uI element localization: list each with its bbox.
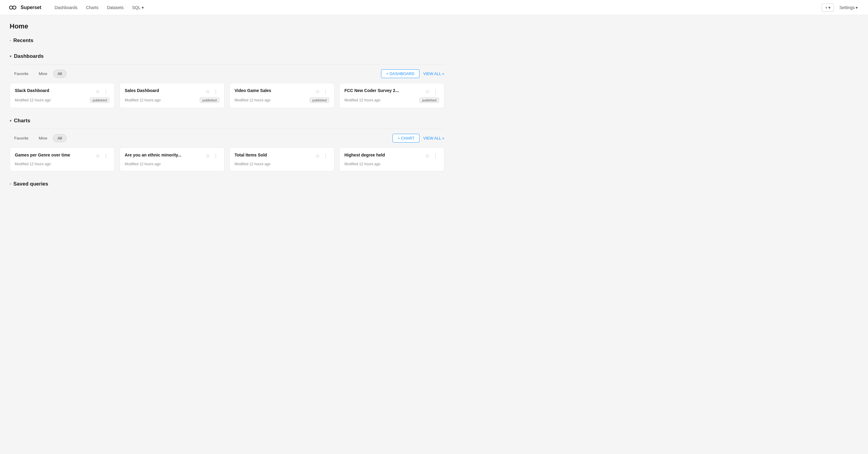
- nav-sql[interactable]: SQL ▾: [128, 3, 147, 12]
- dashboard-card-0-title: Slack Dashboard: [15, 88, 94, 93]
- chart-card-3-more-icon[interactable]: ⋮: [432, 153, 439, 159]
- nav-dashboards[interactable]: Dashboards: [51, 3, 81, 12]
- dashboard-card-1[interactable]: Sales Dashboard ☆ ⋮ Modified 12 hours ag…: [120, 83, 224, 108]
- dashboards-tab-mine[interactable]: Mine: [34, 70, 52, 78]
- sql-dropdown-icon: ▾: [142, 5, 144, 10]
- chart-card-3-favorite-icon[interactable]: ☆: [424, 153, 431, 159]
- plus-dropdown-icon: ▾: [828, 5, 831, 10]
- chart-card-0-actions: ☆ ⋮: [94, 153, 110, 159]
- charts-tab-all[interactable]: All: [53, 134, 66, 142]
- dashboard-card-0-more-icon[interactable]: ⋮: [102, 88, 110, 95]
- nav-datasets[interactable]: Datasets: [103, 3, 127, 12]
- dashboard-card-2[interactable]: Video Game Sales ☆ ⋮ Modified 12 hours a…: [229, 83, 334, 108]
- chart-card-0[interactable]: Games per Genre over time ☆ ⋮ Modified 1…: [10, 147, 115, 171]
- page-content: Home › Recents ▾ Dashboards Favorite Min…: [0, 15, 454, 204]
- dashboard-card-1-actions: ☆ ⋮: [204, 88, 219, 95]
- chart-card-3-meta: Modified 12 hours ago: [344, 162, 380, 166]
- dashboard-card-1-footer: Modified 12 hours ago published: [125, 97, 219, 103]
- chart-card-2[interactable]: Total Items Sold ☆ ⋮ Modified 12 hours a…: [229, 147, 334, 171]
- add-chart-button[interactable]: + CHART: [393, 134, 420, 143]
- dashboard-card-3-meta: Modified 12 hours ago: [344, 98, 380, 102]
- chart-card-1-actions: ☆ ⋮: [204, 153, 219, 159]
- dashboard-card-0-favorite-icon[interactable]: ☆: [94, 88, 101, 95]
- dashboards-section-header[interactable]: ▾ Dashboards: [10, 53, 444, 59]
- dashboard-card-3[interactable]: FCC New Coder Survey 2... ☆ ⋮ Modified 1…: [339, 83, 444, 108]
- dashboard-card-2-header: Video Game Sales ☆ ⋮: [235, 88, 329, 95]
- chart-card-0-meta: Modified 12 hours ago: [15, 162, 51, 166]
- charts-filter-tabs: Favorite Mine All: [10, 134, 67, 142]
- chart-card-0-more-icon[interactable]: ⋮: [102, 153, 110, 159]
- saved-queries-title: Saved queries: [13, 181, 48, 187]
- dashboard-card-3-footer: Modified 12 hours ago published: [344, 97, 439, 103]
- chart-card-1-favorite-icon[interactable]: ☆: [204, 153, 211, 159]
- dashboard-card-0-header: Slack Dashboard ☆ ⋮: [15, 88, 110, 95]
- chart-card-1[interactable]: Are you an ethnic minority... ☆ ⋮ Modifi…: [120, 147, 224, 171]
- saved-queries-section: › Saved queries: [10, 181, 444, 187]
- charts-actions: + CHART VIEW ALL »: [393, 134, 444, 143]
- recents-section: › Recents: [10, 37, 444, 43]
- dashboard-card-0[interactable]: Slack Dashboard ☆ ⋮ Modified 12 hours ag…: [10, 83, 115, 108]
- charts-section: ▾ Charts Favorite Mine All + CHART VIEW …: [10, 118, 444, 171]
- add-button[interactable]: + ▾: [822, 3, 834, 12]
- dashboards-divider: [10, 64, 444, 64]
- charts-tab-favorite[interactable]: Favorite: [10, 134, 33, 142]
- nav-charts[interactable]: Charts: [82, 3, 102, 12]
- recents-section-header[interactable]: › Recents: [10, 37, 444, 43]
- dashboard-card-3-header: FCC New Coder Survey 2... ☆ ⋮: [344, 88, 439, 95]
- dashboards-filter-tabs: Favorite Mine All: [10, 70, 67, 78]
- dashboards-actions: + DASHBOARD VIEW ALL »: [381, 69, 444, 78]
- chart-card-3[interactable]: Highest degree held ☆ ⋮ Modified 12 hour…: [339, 147, 444, 171]
- charts-chevron-icon: ▾: [10, 119, 11, 123]
- dashboard-card-3-published-badge: published: [420, 97, 439, 103]
- charts-tab-mine[interactable]: Mine: [34, 134, 52, 142]
- dashboards-section: ▾ Dashboards Favorite Mine All + DASHBOA…: [10, 53, 444, 108]
- dashboards-tab-favorite[interactable]: Favorite: [10, 70, 33, 78]
- dashboard-card-0-meta: Modified 12 hours ago: [15, 98, 51, 102]
- chart-card-2-title: Total Items Sold: [235, 153, 314, 157]
- dashboard-card-3-more-icon[interactable]: ⋮: [432, 88, 439, 95]
- charts-divider: [10, 129, 444, 129]
- saved-queries-section-header[interactable]: › Saved queries: [10, 181, 444, 187]
- brand-logo-link[interactable]: Superset: [7, 4, 41, 11]
- settings-button[interactable]: Settings ▾: [836, 4, 861, 11]
- dashboard-card-0-published-badge: published: [90, 97, 110, 103]
- charts-title: Charts: [14, 118, 30, 124]
- chart-card-1-footer: Modified 12 hours ago: [125, 162, 219, 166]
- chart-card-2-actions: ☆ ⋮: [314, 153, 329, 159]
- dashboard-card-1-meta: Modified 12 hours ago: [125, 98, 161, 102]
- chart-card-0-favorite-icon[interactable]: ☆: [94, 153, 101, 159]
- chart-card-2-footer: Modified 12 hours ago: [235, 162, 329, 166]
- charts-section-header[interactable]: ▾ Charts: [10, 118, 444, 124]
- view-all-charts-button[interactable]: VIEW ALL »: [423, 136, 444, 141]
- chart-card-3-actions: ☆ ⋮: [424, 153, 439, 159]
- dashboard-card-2-favorite-icon[interactable]: ☆: [314, 88, 321, 95]
- dashboard-card-1-more-icon[interactable]: ⋮: [212, 88, 219, 95]
- chart-card-2-header: Total Items Sold ☆ ⋮: [235, 153, 329, 159]
- chart-card-0-footer: Modified 12 hours ago: [15, 162, 110, 166]
- dashboard-card-1-favorite-icon[interactable]: ☆: [204, 88, 211, 95]
- dashboard-card-2-footer: Modified 12 hours ago published: [235, 97, 329, 103]
- add-dashboard-button[interactable]: + DASHBOARD: [381, 69, 420, 78]
- recents-title: Recents: [13, 37, 33, 43]
- dashboard-card-3-favorite-icon[interactable]: ☆: [424, 88, 431, 95]
- chart-card-2-favorite-icon[interactable]: ☆: [314, 153, 321, 159]
- superset-logo-icon: [7, 4, 18, 11]
- chart-card-1-more-icon[interactable]: ⋮: [212, 153, 219, 159]
- dashboard-card-2-more-icon[interactable]: ⋮: [322, 88, 329, 95]
- view-all-dashboards-button[interactable]: VIEW ALL »: [423, 71, 444, 76]
- chart-card-0-header: Games per Genre over time ☆ ⋮: [15, 153, 110, 159]
- dashboard-card-2-meta: Modified 12 hours ago: [235, 98, 271, 102]
- dashboards-chevron-icon: ▾: [10, 54, 11, 58]
- chart-card-2-more-icon[interactable]: ⋮: [322, 153, 329, 159]
- chart-card-2-meta: Modified 12 hours ago: [235, 162, 271, 166]
- dashboard-card-2-title: Video Game Sales: [235, 88, 314, 93]
- chart-card-1-title: Are you an ethnic minority...: [125, 153, 204, 157]
- chart-card-1-header: Are you an ethnic minority... ☆ ⋮: [125, 153, 219, 159]
- dashboards-filter-bar: Favorite Mine All + DASHBOARD VIEW ALL »: [10, 69, 444, 78]
- dashboard-card-2-published-badge: published: [310, 97, 329, 103]
- dashboard-card-1-header: Sales Dashboard ☆ ⋮: [125, 88, 219, 95]
- page-title: Home: [10, 22, 444, 30]
- saved-queries-chevron-icon: ›: [8, 183, 12, 185]
- dashboards-tab-all[interactable]: All: [53, 70, 66, 78]
- chart-card-1-meta: Modified 12 hours ago: [125, 162, 161, 166]
